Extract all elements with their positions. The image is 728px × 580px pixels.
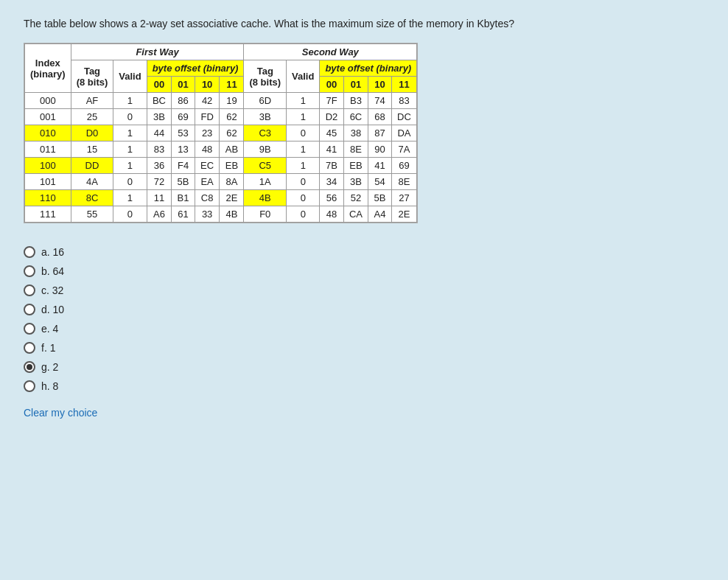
- table-cell: B3: [343, 93, 368, 109]
- table-cell: 68: [368, 109, 391, 125]
- table-cell: 72: [147, 174, 172, 190]
- table-cell: 1: [287, 158, 320, 174]
- sw-col-11: 11: [391, 77, 416, 93]
- radio-d[interactable]: [24, 304, 35, 315]
- option-label-c: c. 32: [41, 284, 63, 296]
- radio-b[interactable]: [24, 265, 35, 277]
- table-cell: 41: [320, 141, 343, 158]
- radio-e[interactable]: [24, 323, 35, 335]
- radio-f[interactable]: [24, 342, 35, 354]
- option-item-b[interactable]: b. 64: [24, 265, 704, 277]
- table-cell: 101: [25, 174, 71, 190]
- table-cell: 4B: [220, 206, 244, 223]
- tag2-header: Tag(8 bits): [244, 60, 287, 93]
- sw-col-10: 10: [368, 77, 391, 93]
- answer-options: a. 16b. 64c. 32d. 10e. 4f. 1g. 2h. 8: [24, 246, 704, 392]
- cache-table: Index(binary) First Way Second Way Tag(8…: [24, 43, 417, 223]
- table-cell: 48: [195, 141, 220, 158]
- table-cell: 000: [25, 93, 71, 109]
- fw-byte-offset-header: byte offset (binary): [147, 60, 244, 77]
- option-label-b: b. 64: [41, 265, 64, 277]
- radio-a[interactable]: [24, 246, 35, 258]
- table-cell: 86: [172, 93, 195, 109]
- table-cell: 41: [368, 158, 391, 174]
- option-item-f[interactable]: f. 1: [24, 342, 704, 354]
- table-cell: 11: [147, 190, 172, 206]
- table-cell: 27: [391, 190, 416, 206]
- table-cell: 48: [320, 206, 343, 223]
- table-cell: 5B: [172, 174, 195, 190]
- table-cell: C5: [244, 158, 287, 174]
- table-cell: 44: [147, 125, 172, 141]
- option-item-e[interactable]: e. 4: [24, 323, 704, 335]
- table-cell: 62: [220, 125, 244, 141]
- valid1-header: Valid: [113, 60, 147, 93]
- table-cell: 36: [147, 158, 172, 174]
- option-item-a[interactable]: a. 16: [24, 246, 704, 258]
- table-cell: C3: [244, 125, 287, 141]
- table-cell: 1: [287, 109, 320, 125]
- table-cell: C8: [195, 190, 220, 206]
- table-cell: DD: [71, 158, 113, 174]
- table-cell: 8A: [220, 174, 244, 190]
- table-cell: AB: [220, 141, 244, 158]
- fw-col-10: 10: [195, 77, 220, 93]
- table-cell: 38: [343, 125, 368, 141]
- table-cell: 42: [195, 93, 220, 109]
- table-cell: F4: [172, 158, 195, 174]
- table-cell: 53: [172, 125, 195, 141]
- first-way-header: First Way: [71, 44, 244, 60]
- option-label-a: a. 16: [41, 246, 64, 258]
- fw-col-11: 11: [220, 77, 244, 93]
- radio-c[interactable]: [24, 284, 35, 296]
- question-text: The table below shows a 2-way set associ…: [24, 18, 704, 29]
- table-cell: 87: [368, 125, 391, 141]
- table-cell: 52: [343, 190, 368, 206]
- option-item-d[interactable]: d. 10: [24, 304, 704, 315]
- table-cell: 61: [172, 206, 195, 223]
- table-cell: 3B: [244, 109, 287, 125]
- table-cell: 69: [172, 109, 195, 125]
- table-cell: 7A: [391, 141, 416, 158]
- radio-g[interactable]: [24, 361, 35, 373]
- table-cell: 83: [147, 141, 172, 158]
- option-label-g: g. 2: [41, 361, 58, 373]
- table-cell: FD: [195, 109, 220, 125]
- clear-choice-link[interactable]: Clear my choice: [24, 407, 97, 419]
- option-item-c[interactable]: c. 32: [24, 284, 704, 296]
- table-cell: 010: [25, 125, 71, 141]
- table-cell: 1: [287, 93, 320, 109]
- table-cell: 100: [25, 158, 71, 174]
- table-cell: 110: [25, 190, 71, 206]
- table-cell: EA: [195, 174, 220, 190]
- table-cell: 0: [287, 190, 320, 206]
- table-cell: 1: [287, 141, 320, 158]
- tag1-header: Tag(8 bits): [71, 60, 113, 93]
- table-cell: 19: [220, 93, 244, 109]
- radio-h[interactable]: [24, 380, 35, 392]
- table-cell: 4B: [244, 190, 287, 206]
- table-cell: 0: [287, 206, 320, 223]
- table-cell: EC: [195, 158, 220, 174]
- option-item-g[interactable]: g. 2: [24, 361, 704, 373]
- fw-col-00: 00: [147, 77, 172, 93]
- table-cell: 13: [172, 141, 195, 158]
- table-cell: CA: [343, 206, 368, 223]
- option-label-e: e. 4: [41, 323, 58, 335]
- table-cell: BC: [147, 93, 172, 109]
- table-cell: 111: [25, 206, 71, 223]
- table-cell: A4: [368, 206, 391, 223]
- option-label-h: h. 8: [41, 380, 58, 392]
- option-item-h[interactable]: h. 8: [24, 380, 704, 392]
- table-cell: 1: [113, 93, 147, 109]
- valid2-header: Valid: [287, 60, 320, 93]
- table-cell: 3B: [147, 109, 172, 125]
- table-cell: 45: [320, 125, 343, 141]
- table-cell: 4A: [71, 174, 113, 190]
- table-cell: 34: [320, 174, 343, 190]
- table-cell: 3B: [343, 174, 368, 190]
- table-cell: 15: [71, 141, 113, 158]
- table-cell: 5B: [368, 190, 391, 206]
- table-cell: 0: [113, 174, 147, 190]
- table-cell: 0: [287, 174, 320, 190]
